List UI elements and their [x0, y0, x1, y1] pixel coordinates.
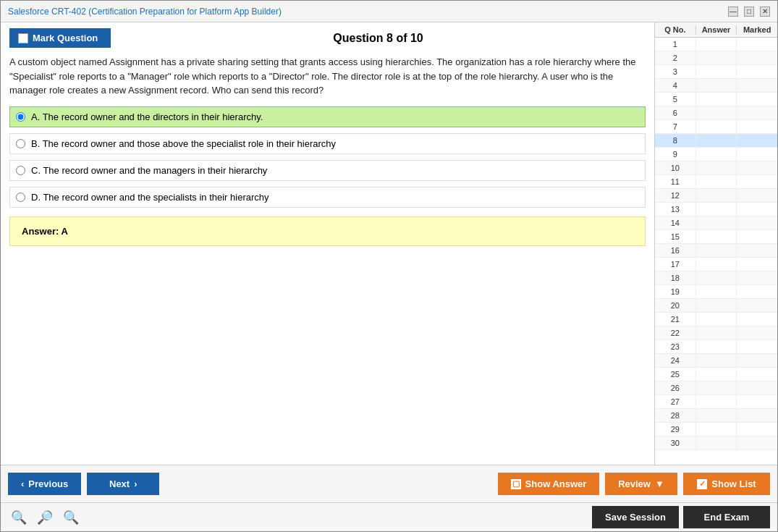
table-row[interactable]: 5 — [655, 93, 777, 106]
q-row-answer — [696, 381, 737, 394]
q-row-answer — [696, 244, 737, 257]
option-b[interactable]: B. The record owner and those above the … — [9, 133, 646, 154]
q-row-num: 4 — [655, 79, 696, 92]
review-button[interactable]: Review ▼ — [605, 473, 677, 495]
option-d-label: D. The record owner and the specialists … — [31, 192, 269, 203]
q-row-marked — [737, 216, 777, 229]
table-row[interactable]: 9 — [655, 148, 777, 161]
q-row-marked — [737, 148, 777, 161]
mark-question-label: Mark Question — [33, 33, 98, 43]
mark-question-button[interactable]: Mark Question — [9, 28, 111, 48]
q-row-marked — [737, 38, 777, 51]
title-bar: Salesforce CRT-402 (Certification Prepar… — [1, 1, 777, 22]
zoom-reset-button[interactable]: 🔎 — [34, 508, 56, 527]
save-session-button[interactable]: Save Session — [592, 506, 679, 528]
table-row[interactable]: 26 — [655, 381, 777, 395]
window-title: Salesforce CRT-402 (Certification Prepar… — [8, 7, 282, 17]
option-d[interactable]: D. The record owner and the specialists … — [9, 187, 646, 208]
table-row[interactable]: 24 — [655, 354, 777, 368]
show-list-check-icon: ✓ — [697, 479, 707, 489]
table-row[interactable]: 4 — [655, 79, 777, 93]
table-row[interactable]: 29 — [655, 423, 777, 436]
q-row-marked — [737, 51, 777, 64]
table-row[interactable]: 19 — [655, 285, 777, 299]
table-row[interactable]: 21 — [655, 313, 777, 326]
previous-arrow-icon: ‹ — [21, 478, 24, 489]
q-row-marked — [737, 313, 777, 326]
q-row-marked — [737, 203, 777, 216]
zoom-in-button[interactable]: 🔍 — [8, 508, 30, 527]
close-button[interactable]: ✕ — [760, 7, 770, 17]
q-row-answer — [696, 230, 737, 243]
q-row-answer — [696, 51, 737, 64]
app-window: Salesforce CRT-402 (Certification Prepar… — [0, 0, 778, 532]
maximize-button[interactable]: □ — [744, 7, 754, 17]
q-row-num: 11 — [655, 175, 696, 188]
q-row-marked — [737, 354, 777, 367]
table-row[interactable]: 13 — [655, 203, 777, 216]
q-row-answer — [696, 354, 737, 367]
show-answer-button[interactable]: ▢ Show Answer — [498, 473, 599, 495]
option-b-radio[interactable] — [16, 139, 25, 148]
top-bar: Mark Question Question 8 of 10 — [9, 28, 646, 48]
option-a-radio[interactable] — [16, 112, 25, 122]
q-row-num: 17 — [655, 258, 696, 271]
q-row-answer — [696, 79, 737, 92]
q-row-answer — [696, 326, 737, 339]
next-button[interactable]: Next › — [87, 473, 159, 495]
q-row-marked — [737, 134, 777, 147]
option-c[interactable]: C. The record owner and the managers in … — [9, 160, 646, 181]
option-c-radio[interactable] — [16, 166, 25, 175]
q-row-marked — [737, 326, 777, 339]
table-row[interactable]: 22 — [655, 326, 777, 340]
table-row[interactable]: 3 — [655, 65, 777, 79]
table-row[interactable]: 18 — [655, 271, 777, 285]
table-row[interactable]: 30 — [655, 436, 777, 450]
table-row[interactable]: 27 — [655, 395, 777, 409]
q-row-answer — [696, 93, 737, 106]
table-row[interactable]: 25 — [655, 368, 777, 381]
zoom-out-button[interactable]: 🔍 — [60, 508, 82, 527]
content-area: Mark Question Question 8 of 10 A custom … — [1, 22, 777, 465]
table-row[interactable]: 7 — [655, 120, 777, 134]
table-row[interactable]: 10 — [655, 161, 777, 175]
table-row[interactable]: 23 — [655, 340, 777, 354]
q-row-num: 24 — [655, 354, 696, 367]
end-exam-button[interactable]: End Exam — [683, 506, 770, 528]
q-row-num: 1 — [655, 38, 696, 51]
q-row-marked — [737, 175, 777, 188]
minimize-button[interactable]: — — [728, 7, 738, 17]
table-row[interactable]: 20 — [655, 299, 777, 313]
q-row-answer — [696, 175, 737, 188]
show-answer-label: Show Answer — [525, 478, 587, 489]
right-panel: Q No. Answer Marked 1 2 3 4 5 — [654, 22, 777, 465]
option-d-radio[interactable] — [16, 193, 25, 202]
previous-button[interactable]: ‹ Previous — [8, 473, 81, 495]
q-row-num: 7 — [655, 120, 696, 133]
table-row[interactable]: 1 — [655, 38, 777, 51]
show-list-button[interactable]: ✓ Show List — [683, 473, 770, 495]
table-row[interactable]: 15 — [655, 230, 777, 244]
table-row[interactable]: 28 — [655, 409, 777, 423]
q-row-answer — [696, 299, 737, 312]
table-row[interactable]: 11 — [655, 175, 777, 189]
bottom-footer: 🔍 🔎 🔍 Save Session End Exam — [1, 502, 777, 531]
table-row[interactable]: 2 — [655, 51, 777, 65]
right-panel-header: Q No. Answer Marked — [655, 22, 777, 38]
q-row-num: 28 — [655, 409, 696, 422]
option-a[interactable]: A. The record owner and the directors in… — [9, 106, 646, 127]
q-row-answer — [696, 148, 737, 161]
table-row[interactable]: 8 — [655, 134, 777, 148]
table-row[interactable]: 6 — [655, 106, 777, 120]
table-row[interactable]: 12 — [655, 189, 777, 203]
table-row[interactable]: 14 — [655, 216, 777, 230]
table-row[interactable]: 17 — [655, 258, 777, 271]
q-row-num: 9 — [655, 148, 696, 161]
q-row-answer — [696, 395, 737, 408]
q-row-marked — [737, 340, 777, 353]
q-row-marked — [737, 189, 777, 202]
table-row[interactable]: 16 — [655, 244, 777, 258]
q-row-marked — [737, 395, 777, 408]
q-row-num: 18 — [655, 271, 696, 284]
q-row-marked — [737, 258, 777, 271]
